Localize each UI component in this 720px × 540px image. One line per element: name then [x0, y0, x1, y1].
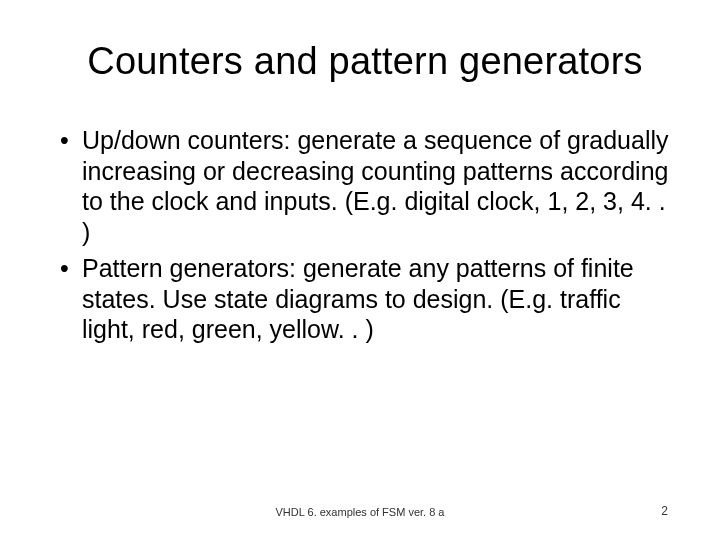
footer-page-number: 2: [661, 504, 668, 518]
page-title: Counters and pattern generators: [60, 40, 670, 83]
list-item: Up/down counters: generate a sequence of…: [60, 125, 670, 247]
slide: Counters and pattern generators Up/down …: [0, 0, 720, 540]
bullet-list: Up/down counters: generate a sequence of…: [60, 125, 670, 345]
footer-center: VHDL 6. examples of FSM ver. 8 a: [0, 506, 720, 518]
list-item: Pattern generators: generate any pattern…: [60, 253, 670, 345]
